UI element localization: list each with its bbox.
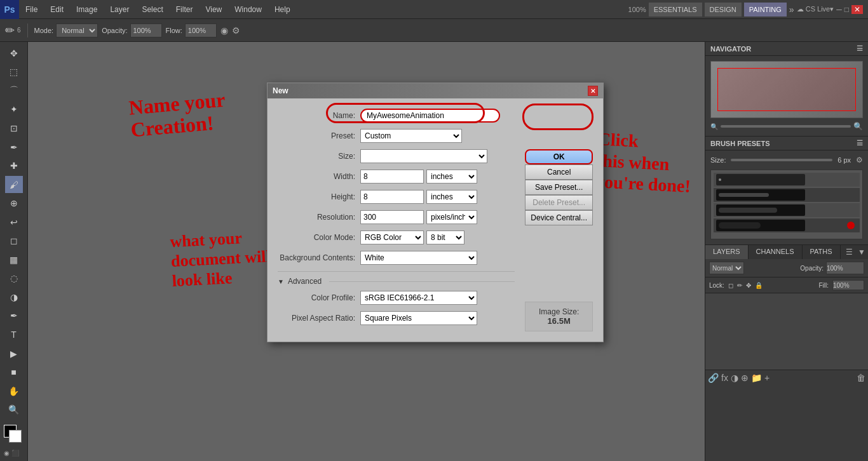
painting-btn[interactable]: PAINTING xyxy=(744,3,787,17)
height-input[interactable] xyxy=(360,190,424,204)
width-input[interactable] xyxy=(360,170,424,184)
color-mode-select[interactable]: RGB Color CMYK Color Grayscale xyxy=(360,230,424,244)
layer-fx-icon[interactable]: fx xyxy=(721,373,728,383)
brush-item-3[interactable] xyxy=(714,203,860,217)
eyedropper-tool[interactable]: ✒ xyxy=(5,138,23,156)
healing-tool[interactable]: ✚ xyxy=(5,157,23,175)
layer-folder-icon[interactable]: 📁 xyxy=(751,373,762,383)
dodge-tool[interactable]: ◑ xyxy=(5,288,23,306)
layer-new-icon[interactable]: + xyxy=(764,373,770,383)
dialog-close-button[interactable]: ✕ xyxy=(588,86,598,96)
resolution-input[interactable] xyxy=(360,210,424,224)
color-depth-select[interactable]: 8 bit 16 bit 32 bit xyxy=(426,230,465,244)
lasso-tool[interactable]: ⌒ xyxy=(5,82,23,100)
layers-opacity-input[interactable] xyxy=(826,262,864,274)
menu-image[interactable]: Image xyxy=(70,0,104,18)
layers-mode-select[interactable]: Normal xyxy=(709,262,744,274)
layers-tab-paths[interactable]: PATHS xyxy=(803,245,841,259)
gradient-tool[interactable]: ▦ xyxy=(5,251,23,269)
layers-panel-menu-icon[interactable]: ☰ xyxy=(843,245,855,259)
pen-tool[interactable]: ✒ xyxy=(5,307,23,325)
save-preset-button[interactable]: Save Preset... xyxy=(525,180,593,195)
menu-file[interactable]: File xyxy=(19,0,44,18)
preset-select[interactable]: Custom Default Photoshop Size Letter xyxy=(360,129,462,143)
quick-mask-icon[interactable]: ◉ xyxy=(4,450,10,457)
resolution-unit-select[interactable]: pixels/inch pixels/cm xyxy=(426,210,477,224)
clone-stamp-tool[interactable]: ⊕ xyxy=(5,194,23,212)
pixel-aspect-select[interactable]: Square Pixels xyxy=(360,311,477,325)
flow-input[interactable] xyxy=(185,23,217,37)
layers-tab-layers[interactable]: LAYERS xyxy=(705,245,749,259)
height-unit-select[interactable]: inches pixels cm xyxy=(426,190,477,204)
color-swatches[interactable] xyxy=(4,425,24,444)
layer-mask-icon[interactable]: ◑ xyxy=(731,373,738,383)
move-tool[interactable]: ✥ xyxy=(5,44,23,62)
mode-selector: Mode: Normal xyxy=(34,23,98,37)
brush-item-4[interactable] xyxy=(714,218,860,232)
image-size-value: 16.5M xyxy=(533,316,585,326)
blur-tool[interactable]: ◌ xyxy=(5,270,23,288)
magic-wand-tool[interactable]: ✦ xyxy=(5,101,23,119)
lock-position-icon[interactable]: ✥ xyxy=(746,282,751,289)
bg-contents-select[interactable]: White Background Color Transparent xyxy=(360,251,477,265)
close-icon[interactable]: ✕ xyxy=(851,5,863,14)
lock-image-icon[interactable]: ✏ xyxy=(737,282,742,289)
crop-tool[interactable]: ⊡ xyxy=(5,119,23,137)
nav-zoom-in-icon[interactable]: 🔍 xyxy=(853,122,863,131)
eraser-tool[interactable]: ◻ xyxy=(5,232,23,250)
screen-mode-icon[interactable]: ⬛ xyxy=(11,450,19,457)
advanced-arrow-icon[interactable]: ▼ xyxy=(278,278,284,285)
brush-item-2[interactable] xyxy=(714,188,860,202)
design-btn[interactable]: DESIGN xyxy=(705,3,742,17)
menu-window[interactable]: Window xyxy=(228,0,268,18)
brush-size-settings-icon[interactable]: ⚙ xyxy=(856,156,863,164)
layer-delete-icon[interactable]: 🗑 xyxy=(857,373,865,383)
menu-edit[interactable]: Edit xyxy=(44,0,70,18)
lock-all-icon[interactable]: 🔒 xyxy=(755,282,763,289)
menu-select[interactable]: Select xyxy=(135,0,169,18)
navigator-view-box[interactable] xyxy=(717,68,856,111)
menu-help[interactable]: Help xyxy=(268,0,297,18)
history-brush-tool[interactable]: ↩ xyxy=(5,213,23,231)
width-unit-select[interactable]: inches pixels cm xyxy=(426,170,477,184)
maximize-icon[interactable]: □ xyxy=(844,5,849,14)
fill-input[interactable] xyxy=(832,280,864,290)
brush-size-slider[interactable] xyxy=(731,159,832,161)
name-input[interactable] xyxy=(360,109,500,123)
layer-link-icon[interactable]: 🔗 xyxy=(708,373,719,383)
workspace-expand-icon[interactable]: » xyxy=(789,4,794,15)
menu-filter[interactable]: Filter xyxy=(170,0,200,18)
background-color[interactable] xyxy=(9,430,22,443)
minimize-icon[interactable]: ─ xyxy=(836,5,842,14)
zoom-tool[interactable]: 🔍 xyxy=(5,401,23,418)
device-central-button[interactable]: Device Central... xyxy=(525,210,593,225)
layers-panel-collapse-icon[interactable]: ▼ xyxy=(855,245,868,259)
navigator-slider[interactable] xyxy=(721,125,851,128)
brush-item-1[interactable] xyxy=(714,173,860,187)
nav-zoom-out-icon[interactable]: 🔍 xyxy=(710,123,718,130)
cancel-button[interactable]: Cancel xyxy=(525,164,593,180)
brush-settings-icon[interactable]: ⚙ xyxy=(232,25,240,36)
path-selection-tool[interactable]: ▶ xyxy=(5,345,23,363)
navigator-menu-icon[interactable]: ☰ xyxy=(857,44,863,53)
hand-tool[interactable]: ✋ xyxy=(5,382,23,400)
type-tool[interactable]: T xyxy=(5,326,23,344)
airbrush-icon[interactable]: ◉ xyxy=(220,25,228,36)
cs-live-btn[interactable]: ☁ CS Live▾ xyxy=(797,5,834,13)
mode-select[interactable]: Normal xyxy=(56,23,98,37)
opacity-input[interactable] xyxy=(130,23,162,37)
color-profile-select[interactable]: sRGB IEC61966-2.1 xyxy=(360,291,477,305)
ok-button[interactable]: OK xyxy=(525,149,593,164)
delete-preset-button[interactable]: Delete Preset... xyxy=(525,195,593,210)
menu-layer[interactable]: Layer xyxy=(104,0,135,18)
menu-view[interactable]: View xyxy=(199,0,228,18)
lock-transparency-icon[interactable]: ◻ xyxy=(728,282,733,289)
brush-tool[interactable]: 🖌 xyxy=(5,176,23,194)
shape-tool[interactable]: ■ xyxy=(5,363,23,381)
size-select[interactable] xyxy=(360,149,487,163)
selection-tool[interactable]: ⬚ xyxy=(5,63,23,81)
essentials-btn[interactable]: ESSENTIALS xyxy=(649,3,702,17)
layer-adjustment-icon[interactable]: ⊕ xyxy=(741,373,749,383)
layers-tab-channels[interactable]: CHANNELS xyxy=(749,245,803,259)
brush-presets-menu-icon[interactable]: ☰ xyxy=(857,139,863,147)
